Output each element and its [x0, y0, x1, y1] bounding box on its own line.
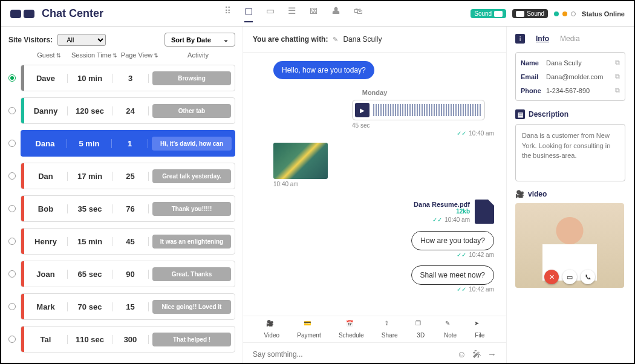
visitor-row[interactable]: Danny 120 sec 24 Other tab [8, 97, 235, 124]
info-panel: i Info Media NameDana Scully⧉ EmailDana@… [507, 27, 634, 364]
message-input[interactable] [253, 350, 451, 359]
visitor-activity: That helped ! [152, 333, 231, 346]
visitor-activity: Browsing [152, 71, 231, 85]
video-preview[interactable]: ✕ ▭ 📞︎ [515, 203, 624, 288]
tool-3d[interactable]: ❒3D [415, 320, 426, 339]
waveform [373, 104, 482, 116]
visitor-name: Dana [24, 139, 67, 148]
visitor-row[interactable]: Joan 65 sec 90 Great. Thanks [8, 261, 235, 287]
visitor-row[interactable]: Mark 70 sec 15 Nice going!! Loved it [8, 293, 235, 320]
play-icon[interactable]: ▶ [355, 103, 370, 117]
read-ticks-icon: ✓✓ [457, 130, 466, 137]
message-time: 10:40 am [273, 181, 494, 187]
read-ticks-icon: ✓✓ [432, 216, 442, 223]
visitor-row[interactable]: Tal 110 sec 300 That helped ! [8, 326, 235, 353]
contact-name: Dana Scully [546, 59, 615, 67]
visitor-row[interactable]: Dave 10 min 3 Browsing [8, 65, 235, 91]
calendar-icon: 📅 [346, 320, 357, 331]
user-icon[interactable]: 👤︎ [331, 5, 340, 22]
tab-info[interactable]: Info [536, 34, 549, 43]
file-icon [475, 200, 494, 224]
share-icon: ⇪ [384, 320, 395, 331]
copy-icon[interactable]: ⧉ [615, 73, 620, 80]
sort-button[interactable]: Sort By Date⌄ [164, 33, 235, 47]
visitor-card[interactable]: Bob 35 sec 76 Thank you!!!!! [21, 195, 235, 222]
visitors-filter[interactable]: All [57, 34, 106, 46]
radio-select[interactable] [8, 172, 16, 180]
status-dot-yellow [562, 11, 567, 16]
image-message: 10:40 am [273, 143, 494, 187]
radio-select[interactable] [8, 74, 16, 82]
file-name: Dana Resume.pdf [414, 201, 470, 208]
visitor-pageviews: 45 [112, 237, 149, 246]
cube-icon: ❒ [415, 320, 426, 331]
image-thumbnail[interactable] [273, 143, 328, 179]
visitor-card[interactable]: Dana 5 min 1 Hi, it's david, how can [21, 130, 235, 157]
chat-icon[interactable]: ▢ [244, 5, 253, 22]
visitor-row[interactable]: Henry 15 min 45 It was an enlightening [8, 228, 235, 255]
visitor-card[interactable]: Danny 120 sec 24 Other tab [21, 97, 235, 124]
contact-email: Dana@molder.com [546, 73, 615, 80]
radio-select[interactable] [8, 336, 16, 343]
video-toggle-button[interactable]: ▭ [562, 270, 577, 284]
card-icon[interactable]: ▭ [266, 5, 275, 22]
bag-icon[interactable]: 🛍︎ [354, 5, 363, 22]
visitor-pageviews: 15 [112, 302, 149, 311]
visitor-card[interactable]: Mark 70 sec 15 Nice going!! Loved it [21, 293, 235, 320]
message-time: 10:40 am [469, 130, 494, 137]
visitor-row[interactable]: Dan 17 min 25 Great talk yesterday. [8, 163, 235, 189]
visitor-card[interactable]: Dave 10 min 3 Browsing [21, 65, 235, 91]
top-right: Sound Sound Status Online [471, 9, 625, 18]
visitor-activity: Great talk yesterday. [152, 169, 231, 183]
visitor-card[interactable]: Dan 17 min 25 Great talk yesterday. [21, 163, 235, 189]
visitor-card[interactable]: Joan 65 sec 90 Great. Thanks [21, 261, 235, 287]
chat-panel: You are chatting with: ✎ Dana Scully Hel… [243, 27, 507, 364]
tab-media[interactable]: Media [560, 34, 580, 43]
list-icon[interactable]: ☰ [288, 5, 296, 22]
visitor-session: 17 min [68, 172, 112, 181]
sort-icon[interactable]: ⇅ [154, 53, 158, 59]
audio-toggle-button[interactable]: 📞︎ [581, 270, 595, 284]
calendar-icon[interactable]: 📅︎ [309, 5, 318, 22]
grid-icon[interactable]: ⠿ [224, 5, 231, 22]
tool-video[interactable]: 🎥Video [264, 320, 279, 339]
emoji-icon[interactable]: ☺ [457, 349, 466, 359]
note-icon: ✎ [445, 320, 456, 331]
sound-off-button[interactable]: Sound [512, 9, 548, 18]
description-text: Dana is a customer from New York. Lookin… [515, 124, 625, 181]
copy-icon[interactable]: ⧉ [615, 86, 620, 94]
radio-select[interactable] [8, 205, 16, 212]
visitor-row[interactable]: Dana 5 min 1 Hi, it's david, how can [8, 130, 235, 157]
visitor-pageviews: 3 [112, 74, 149, 83]
status-dot-gray [571, 11, 576, 16]
copy-icon[interactable]: ⧉ [615, 59, 620, 67]
tool-payment[interactable]: 💳Payment [297, 320, 321, 339]
mic-icon[interactable]: 🎤︎ [472, 349, 481, 359]
tool-schedule[interactable]: 📅Schedule [339, 320, 364, 339]
visitor-card[interactable]: Tal 110 sec 300 That helped ! [21, 326, 235, 353]
description-header: ▤Description [515, 109, 625, 119]
radio-select[interactable] [8, 270, 16, 278]
radio-select[interactable] [8, 238, 16, 245]
end-call-button[interactable]: ✕ [544, 270, 559, 284]
tool-note[interactable]: ✎Note [444, 320, 457, 339]
pencil-icon[interactable]: ✎ [333, 36, 338, 44]
name-label: Name [521, 59, 546, 67]
sort-icon[interactable]: ⇅ [112, 53, 117, 59]
visitor-name: Danny [24, 106, 68, 115]
radio-select[interactable] [8, 140, 16, 147]
audio-player[interactable]: ▶ [352, 100, 485, 120]
visitor-row[interactable]: Bob 35 sec 76 Thank you!!!!! [8, 195, 235, 222]
send-icon[interactable]: → [487, 349, 497, 359]
sort-icon[interactable]: ⇅ [56, 53, 61, 59]
file-message[interactable]: Dana Resume.pdf 12kb ✓✓10:40 am [376, 200, 494, 224]
radio-select[interactable] [8, 107, 16, 114]
video-header: 🎥video [515, 190, 625, 198]
visitor-pageviews: 90 [112, 270, 149, 279]
status-text: Status Online [582, 10, 625, 18]
tool-file[interactable]: ➤File [474, 320, 485, 339]
visitor-card[interactable]: Henry 15 min 45 It was an enlightening [21, 228, 235, 255]
sound-on-button[interactable]: Sound [471, 9, 506, 18]
radio-select[interactable] [8, 303, 16, 310]
tool-share[interactable]: ⇪Share [382, 320, 398, 339]
